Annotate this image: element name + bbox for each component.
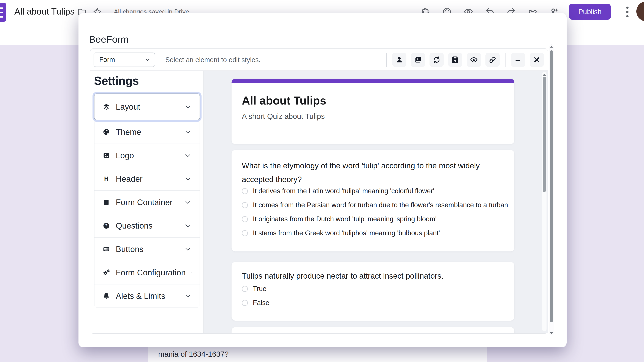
sidebar-item-layout[interactable]: Layout	[94, 93, 200, 120]
radio-option[interactable]: It stems from the Greek word 'tuliphos' …	[242, 226, 507, 240]
sidebar-item-buttons[interactable]: Buttons	[94, 237, 200, 261]
link-button[interactable]	[486, 53, 500, 67]
background-question-card: mania of 1634-1637?	[148, 347, 487, 362]
chevron-down-icon	[184, 222, 192, 230]
question-text: What is the etymology of the word 'tulip…	[242, 159, 504, 186]
scroll-up-arrow-icon[interactable]	[542, 74, 546, 76]
radio-circle-icon[interactable]	[242, 216, 248, 222]
editor-panel: Form Select an element to edit styles.	[90, 48, 548, 334]
toolbar-hint: Select an element to edit styles.	[165, 49, 261, 71]
user-icon	[395, 56, 404, 64]
form-header-card[interactable]: All about Tulips A short Quiz about Tuli…	[232, 79, 514, 144]
chevron-down-icon	[184, 152, 192, 159]
sidebar-item-label: Form Container	[116, 198, 172, 207]
radio-circle-icon[interactable]	[242, 202, 248, 208]
radio-circle-icon[interactable]	[242, 230, 248, 236]
chevron-down-icon	[184, 245, 192, 253]
gears-icon	[102, 269, 110, 277]
form-preview-pane: All about Tulips A short Quiz about Tuli…	[204, 71, 548, 333]
sidebar-item-label: Logo	[116, 151, 134, 160]
forms-logo-icon[interactable]	[0, 3, 6, 22]
link-icon	[488, 56, 497, 64]
radio-option[interactable]: It derives from the Latin word 'tulipa' …	[242, 184, 507, 198]
scrollbar-thumb[interactable]	[550, 50, 553, 322]
minimize-button[interactable]	[511, 53, 525, 67]
refresh-button[interactable]	[430, 53, 444, 67]
bell-icon	[102, 292, 110, 300]
save-button[interactable]	[448, 53, 462, 67]
refresh-icon	[432, 56, 441, 64]
preview-form-subtitle: A short Quiz about Tulips	[242, 112, 325, 121]
toolbar-divider	[505, 53, 506, 67]
svg-text:?: ?	[105, 223, 108, 228]
sidebar-item-label: Buttons	[116, 244, 144, 254]
question-circle-icon: ?	[102, 222, 110, 230]
modal-scrollbar[interactable]	[550, 44, 554, 335]
save-icon	[451, 56, 459, 64]
layers-icon	[102, 103, 110, 111]
modal-title: BeeForm	[89, 34, 128, 45]
publish-button[interactable]: Publish	[569, 4, 611, 20]
chevron-down-icon	[184, 128, 192, 136]
images-icon	[414, 56, 422, 64]
radio-circle-icon[interactable]	[242, 286, 248, 292]
palette-icon	[102, 128, 110, 136]
sidebar-item-label: Layout	[116, 102, 140, 112]
scroll-up-arrow-icon[interactable]	[550, 46, 553, 47]
radio-option[interactable]: True	[242, 282, 507, 296]
images-button[interactable]	[411, 53, 425, 67]
option-label: It originates from the Dutch word 'tulp'…	[253, 215, 436, 223]
sidebar-item-logo[interactable]: Logo	[94, 144, 200, 167]
sidebar-item-label: Alets & Limits	[116, 291, 165, 301]
sidebar-item-form-configuration[interactable]: Form Configuration	[94, 261, 200, 284]
close-button[interactable]	[530, 53, 544, 67]
sidebar-item-alerts-limits[interactable]: Alets & Limits	[94, 284, 200, 308]
question-card-1[interactable]: What is the etymology of the word 'tulip…	[232, 150, 514, 251]
option-label: False	[253, 299, 269, 307]
preview-scrollbar[interactable]	[542, 72, 547, 332]
preview-eye-button[interactable]	[467, 53, 481, 67]
question-text: Tulips naturally produce nectar to attra…	[242, 269, 504, 283]
option-label: True	[253, 285, 266, 293]
kebab-menu-icon[interactable]	[624, 4, 631, 19]
option-label: It derives from the Latin word 'tulipa' …	[253, 187, 434, 195]
sidebar-item-form-container[interactable]: Form Container	[94, 190, 200, 214]
image-icon	[102, 151, 110, 160]
scroll-down-arrow-icon[interactable]	[550, 332, 553, 334]
sidebar-item-questions[interactable]: ? Questions	[94, 214, 200, 237]
heading-icon: H	[102, 175, 110, 183]
user-button[interactable]	[392, 53, 406, 67]
minimize-icon	[514, 56, 522, 64]
preview-form-title: All about Tulips	[242, 94, 326, 107]
radio-circle-icon[interactable]	[242, 188, 248, 194]
sidebar-item-theme[interactable]: Theme	[94, 120, 200, 144]
radio-option[interactable]: False	[242, 296, 507, 310]
chevron-down-icon	[184, 198, 192, 206]
sidebar-item-label: Form Configuration	[116, 268, 186, 277]
sidebar-item-label: Header	[116, 174, 142, 184]
sidebar-item-label: Questions	[116, 221, 152, 231]
question-card-2[interactable]: Tulips naturally produce nectar to attra…	[232, 262, 514, 321]
settings-accordion: Layout Theme Logo	[94, 93, 200, 308]
radio-option[interactable]: It originates from the Dutch word 'tulp'…	[242, 212, 507, 226]
element-select[interactable]: Form	[94, 52, 155, 67]
avatar[interactable]	[636, 1, 644, 21]
svg-text:H: H	[104, 175, 109, 182]
sidebar-item-header[interactable]: H Header	[94, 167, 200, 190]
question-card-3-partial[interactable]	[232, 327, 514, 333]
eye-icon	[470, 56, 478, 64]
chevron-down-icon	[184, 103, 192, 111]
toolbar-divider	[386, 53, 387, 67]
sidebar-item-label: Theme	[116, 127, 141, 137]
option-label: It stems from the Greek word 'tuliphos' …	[253, 229, 440, 237]
chevron-down-icon	[191, 269, 192, 277]
scrollbar-thumb[interactable]	[542, 77, 546, 192]
document-title[interactable]: All about Tulips	[14, 6, 74, 17]
editor-toolbar: Form Select an element to edit styles.	[90, 49, 548, 71]
element-select-value: Form	[99, 56, 115, 63]
chevron-down-icon	[184, 292, 192, 300]
sidebar-heading: Settings	[94, 74, 139, 87]
radio-circle-icon[interactable]	[242, 300, 248, 306]
chevron-down-icon	[144, 57, 151, 63]
radio-option[interactable]: It comes from the Persian word for turba…	[242, 198, 507, 212]
